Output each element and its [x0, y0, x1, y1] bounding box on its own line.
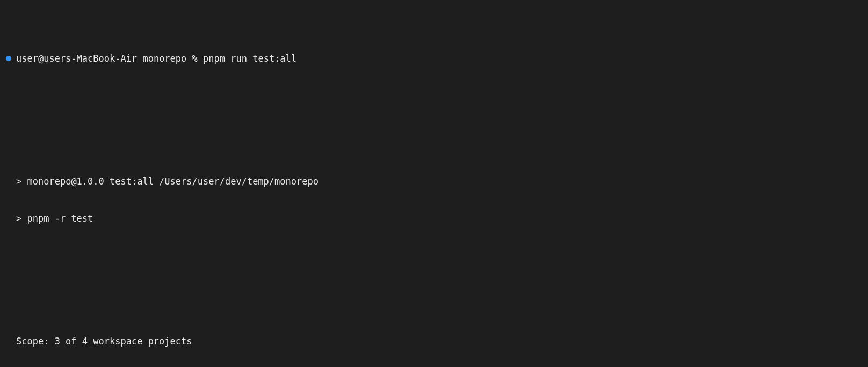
- blank-line: [5, 274, 864, 287]
- prompt-symbol: %: [192, 53, 198, 64]
- chevron-right-icon: >: [16, 213, 21, 224]
- script-command: > pnpm -r test: [5, 212, 864, 225]
- prompt-status-icon: [6, 56, 11, 61]
- scope-line: Scope: 3 of 4 workspace projects: [5, 335, 864, 348]
- prompt-command: pnpm run test:all: [203, 53, 296, 64]
- prompt-cwd: monorepo: [142, 53, 186, 64]
- script-id: monorepo@1.0.0 test:all /Users/user/dev/…: [27, 176, 319, 187]
- scope-text: Scope: 3 of 4 workspace projects: [16, 335, 192, 348]
- prompt-user: user@users-MacBook-Air: [16, 53, 137, 64]
- prompt-line: user@users-MacBook-Air monorepo % pnpm r…: [5, 53, 864, 65]
- blank-line: [5, 114, 864, 126]
- chevron-right-icon: >: [16, 176, 21, 187]
- script-header: > monorepo@1.0.0 test:all /Users/user/de…: [5, 175, 864, 188]
- script-cmd: pnpm -r test: [27, 213, 93, 224]
- terminal-output[interactable]: user@users-MacBook-Air monorepo % pnpm r…: [0, 0, 868, 367]
